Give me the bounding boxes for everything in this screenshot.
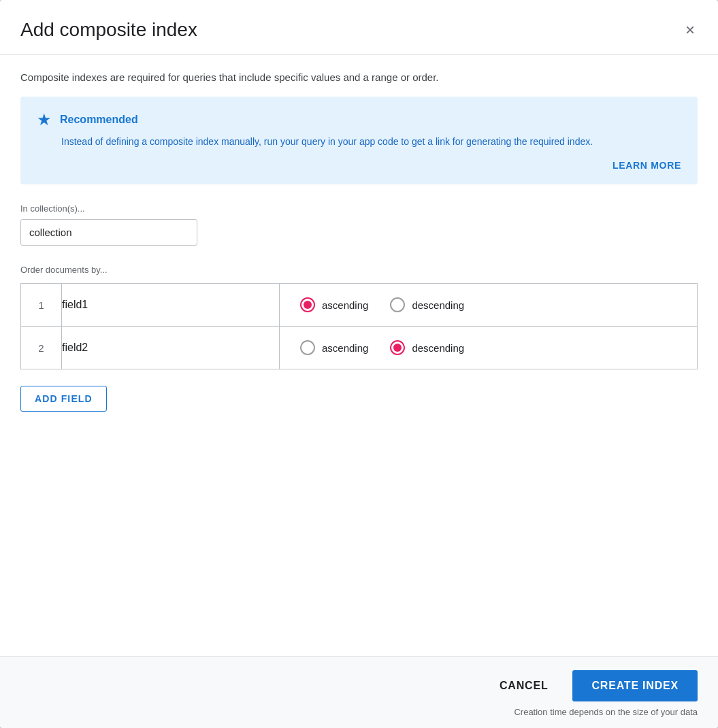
rec-title: Recommended <box>60 114 138 126</box>
cancel-button[interactable]: CANCEL <box>480 670 567 701</box>
dialog-title: Add composite index <box>20 19 197 41</box>
radio-group: ascending descending <box>280 284 697 326</box>
create-index-button[interactable]: CREATE INDEX <box>572 670 698 701</box>
ascending-label: ascending <box>322 342 368 354</box>
description-text: Composite indexes are required for queri… <box>20 71 698 83</box>
descending-radio[interactable] <box>390 297 405 312</box>
collection-input[interactable] <box>20 219 197 246</box>
dialog-footer: CANCEL CREATE INDEX Creation time depend… <box>0 656 718 728</box>
star-icon: ★ <box>37 110 52 129</box>
table-row: 2 field2 ascending descending <box>21 327 698 369</box>
radio-group-cell: ascending descending <box>280 327 698 369</box>
order-label: Order documents by... <box>20 265 698 275</box>
radio-group-cell: ascending descending <box>280 284 698 327</box>
descending-option[interactable]: descending <box>390 297 464 312</box>
descending-radio[interactable] <box>390 340 405 355</box>
ascending-option[interactable]: ascending <box>300 340 368 355</box>
ascending-radio[interactable] <box>300 340 315 355</box>
row-number: 1 <box>21 284 62 327</box>
footer-actions: CANCEL CREATE INDEX <box>20 670 698 701</box>
radio-group: ascending descending <box>280 327 697 369</box>
descending-label: descending <box>412 342 464 354</box>
rec-header: ★ Recommended <box>37 110 681 129</box>
field-name: field1 <box>62 284 280 327</box>
field-name: field2 <box>62 327 280 369</box>
footer-note: Creation time depends on the size of you… <box>20 707 698 717</box>
rec-body: Instead of defining a composite index ma… <box>61 135 681 149</box>
row-number: 2 <box>21 327 62 369</box>
descending-label: descending <box>412 299 464 311</box>
add-field-button[interactable]: ADD FIELD <box>20 386 107 412</box>
descending-option[interactable]: descending <box>390 340 464 355</box>
dialog-body: Composite indexes are required for queri… <box>0 55 718 656</box>
ascending-option[interactable]: ascending <box>300 297 368 312</box>
dialog-header: Add composite index × <box>0 0 718 55</box>
learn-more-link[interactable]: LEARN MORE <box>37 160 681 171</box>
collection-section: In collection(s)... <box>20 203 698 246</box>
index-fields-table: 1 field1 ascending descending <box>20 283 698 369</box>
table-row: 1 field1 ascending descending <box>21 284 698 327</box>
add-composite-index-dialog: Add composite index × Composite indexes … <box>0 0 718 728</box>
collection-label: In collection(s)... <box>20 203 698 214</box>
close-button[interactable]: × <box>683 19 698 41</box>
ascending-radio[interactable] <box>300 297 315 312</box>
ascending-label: ascending <box>322 299 368 311</box>
recommendation-box: ★ Recommended Instead of defining a comp… <box>20 97 698 184</box>
